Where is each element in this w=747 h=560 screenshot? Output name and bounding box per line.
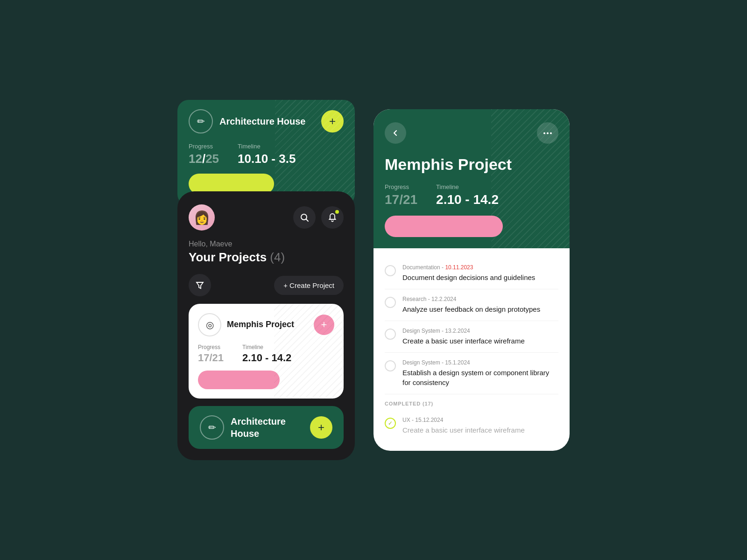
task-text-1: Analyze user feedback on design prototyp… bbox=[402, 304, 540, 314]
detail-progress-bar bbox=[385, 216, 503, 237]
task-item: Research - 12.2.2024 Analyze user feedba… bbox=[385, 289, 558, 321]
arch-icon-top: ✏ bbox=[189, 109, 213, 133]
user-avatar: 👩 bbox=[189, 204, 215, 231]
completed-content-0: UX - 15.12.2024 Create a basic user inte… bbox=[402, 417, 525, 435]
detail-progress: Progress 17/21 bbox=[385, 183, 417, 207]
arch-icon-bottom: ✏ bbox=[200, 415, 224, 440]
task-item: Design System - 15.1.2024 Establish a de… bbox=[385, 353, 558, 394]
detail-header: Memphis Project Progress 17/21 Timeline … bbox=[374, 109, 570, 248]
projects-title: Your Projects (4) bbox=[189, 250, 344, 265]
task-meta-1: Research - 12.2.2024 bbox=[402, 296, 540, 302]
task-meta-3: Design System - 15.1.2024 bbox=[402, 359, 558, 366]
completed-header: COMPLETED (17) bbox=[385, 394, 558, 410]
arch-bottom-header: ✏ Architecture House + bbox=[200, 415, 332, 440]
detail-timeline-label: Timeline bbox=[436, 183, 499, 190]
filter-icon bbox=[195, 280, 204, 290]
arch-progress-top: Progress 12/25 bbox=[189, 143, 219, 166]
filter-button[interactable] bbox=[189, 274, 211, 296]
task-content-1: Research - 12.2.2024 Analyze user feedba… bbox=[402, 296, 540, 314]
arch-card-bottom: ✏ Architecture House + bbox=[189, 406, 344, 449]
task-checkbox-0[interactable] bbox=[385, 265, 396, 276]
completed-checkbox-0[interactable]: ✓ bbox=[385, 418, 396, 429]
task-content-2: Design System - 13.2.2024 Create a basic… bbox=[402, 328, 525, 346]
create-project-button[interactable]: + Create Project bbox=[274, 276, 344, 295]
tasks-list: Documentation - 10.11.2023 Document desi… bbox=[374, 248, 570, 451]
svg-marker-2 bbox=[197, 282, 203, 288]
projects-count: (4) bbox=[270, 250, 285, 264]
task-content-0: Documentation - 10.11.2023 Document desi… bbox=[402, 264, 535, 282]
detail-panel: Memphis Project Progress 17/21 Timeline … bbox=[374, 109, 570, 451]
arch-progress-value-top: 12/25 bbox=[189, 152, 219, 166]
detail-diagonal bbox=[491, 109, 570, 248]
arch-add-btn-bottom[interactable]: + bbox=[310, 416, 332, 439]
arch-card-top: ✏ Architecture House + Progress 12/25 Ti… bbox=[177, 100, 355, 205]
svg-line-1 bbox=[306, 219, 309, 222]
task-item: Design System - 13.2.2024 Create a basic… bbox=[385, 321, 558, 353]
notification-button[interactable] bbox=[321, 206, 344, 229]
task-item: Documentation - 10.11.2023 Document desi… bbox=[385, 258, 558, 289]
task-text-3: Establish a design system or component l… bbox=[402, 368, 558, 387]
task-text-0: Document design decisions and guidelines bbox=[402, 273, 535, 282]
detail-timeline-value: 2.10 - 14.2 bbox=[436, 192, 499, 207]
completed-task-item: ✓ UX - 15.12.2024 Create a basic user in… bbox=[385, 410, 558, 441]
back-button[interactable] bbox=[385, 122, 406, 144]
arch-diagonal-top bbox=[275, 100, 355, 205]
task-checkbox-3[interactable] bbox=[385, 360, 396, 371]
notification-dot bbox=[335, 210, 339, 214]
dashboard-card: 👩 Hello, Maeve Your Pr bbox=[177, 191, 355, 460]
dash-actions bbox=[293, 206, 344, 229]
toolbar: + Create Project bbox=[189, 274, 344, 296]
memphis-progress-label: Progress bbox=[198, 344, 224, 350]
greeting-text: Hello, Maeve bbox=[189, 240, 344, 248]
memphis-progress-bar-dash bbox=[198, 371, 280, 389]
arch-title-bottom: Architecture House bbox=[231, 415, 310, 440]
arch-progress-label-top: Progress bbox=[189, 143, 219, 150]
memphis-progress-value: 17/21 bbox=[198, 352, 224, 364]
memphis-progress-dash: Progress 17/21 bbox=[198, 344, 224, 364]
memphis-icon-dash: ◎ bbox=[198, 313, 221, 336]
search-button[interactable] bbox=[293, 206, 316, 229]
task-content-3: Design System - 15.1.2024 Establish a de… bbox=[402, 359, 558, 387]
memphis-card-dashboard: ◎ Memphis Project + Progress 17/21 Timel… bbox=[189, 304, 344, 399]
left-column: ✏ Architecture House + Progress 12/25 Ti… bbox=[177, 100, 355, 460]
task-text-2: Create a basic user interface wireframe bbox=[402, 336, 525, 346]
task-meta-0: Documentation - 10.11.2023 bbox=[402, 264, 535, 271]
memphis-diagonal-dash bbox=[274, 304, 344, 399]
completed-text-0: Create a basic user interface wireframe bbox=[402, 425, 525, 435]
chevron-left-icon bbox=[391, 129, 400, 137]
completed-meta-0: UX - 15.12.2024 bbox=[402, 417, 525, 423]
task-checkbox-2[interactable] bbox=[385, 329, 396, 340]
bell-icon bbox=[328, 213, 337, 222]
detail-timeline: Timeline 2.10 - 14.2 bbox=[436, 183, 499, 207]
dash-header: 👩 bbox=[189, 204, 344, 231]
detail-progress-value: 17/21 bbox=[385, 192, 417, 207]
detail-progress-label: Progress bbox=[385, 183, 417, 190]
task-checkbox-1[interactable] bbox=[385, 297, 396, 308]
task-meta-2: Design System - 13.2.2024 bbox=[402, 328, 525, 334]
search-icon bbox=[300, 213, 309, 222]
